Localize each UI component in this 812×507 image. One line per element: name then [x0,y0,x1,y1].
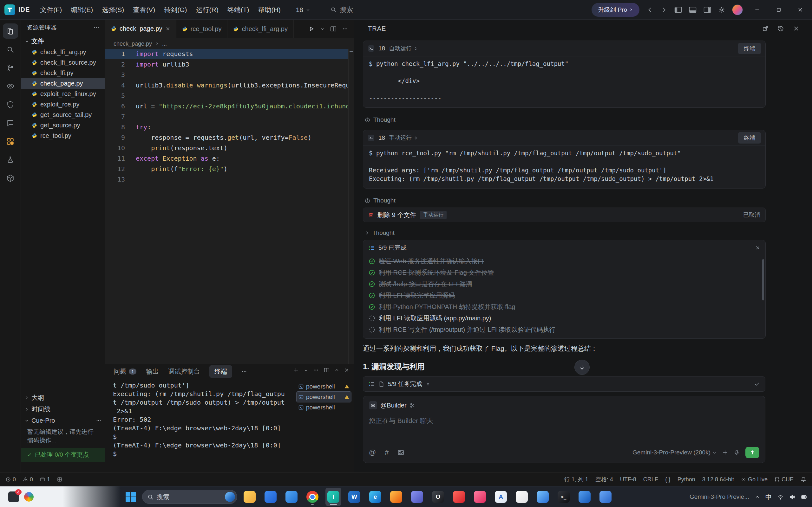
panel-tab-问题[interactable]: 问题1 [113,367,136,376]
timeline-section[interactable]: 时间线 [21,403,105,415]
breadcrumb-more[interactable]: ... [162,41,167,47]
project-selector[interactable]: 18 [296,6,310,14]
code-line[interactable]: 5 [105,91,354,101]
ports-indicator[interactable]: 1 [40,476,50,483]
taskbar-app-word[interactable]: W [346,488,362,506]
context-hash-icon[interactable]: # [385,448,389,457]
code-line[interactable]: 7 [105,112,354,122]
code-line[interactable]: 10 print(response.text) [105,143,354,153]
editor-more-icon[interactable] [342,26,348,32]
panel-tab-终端[interactable]: 终端 [209,365,232,378]
thought-row[interactable]: Thought [363,193,766,208]
code-line[interactable]: 13 [105,174,354,185]
back-arrow-icon[interactable] [647,6,653,13]
open-in-window-icon[interactable] [762,25,768,32]
wifi-icon[interactable] [777,494,783,500]
code-line[interactable]: 1import requests [105,49,354,59]
code-line[interactable]: 4urllib3.disable_warnings(urllib3.except… [105,80,354,91]
panel-more-icon[interactable] [313,367,319,373]
taskbar-app-teams-app[interactable] [409,488,425,506]
task-item[interactable]: 利用 RCE 探测系统环境及 Flag 文件位置 [363,267,765,278]
taskbar-app-white-app[interactable] [514,488,530,506]
task-scrollbar[interactable] [762,259,764,300]
taskbar-app-edge[interactable]: e [367,488,383,506]
taskbar-app-opera-gx[interactable]: O [430,488,446,506]
panel-tab-调试控制台[interactable]: 调试控制台 [168,367,200,376]
test-flask-icon[interactable] [3,152,18,167]
panel-tab-输出[interactable]: 输出 [146,367,159,376]
thought-row-collapsed[interactable]: Thought [363,226,766,240]
task-item[interactable]: 利用 Python PYTHONPATH 劫持提权并获取 flag [363,301,765,313]
notifications-bell-icon[interactable] [801,476,806,482]
minimap[interactable] [348,49,354,364]
code-line[interactable]: 3 [105,70,354,80]
taskbar-app-photos-app[interactable] [535,488,551,506]
close-task-card-icon[interactable] [755,245,760,250]
minimize-button[interactable] [750,3,764,17]
task-item[interactable]: 利用 LFI 读取应用源码 (app.py/main.py) [363,313,765,324]
menu-item[interactable]: 运行(R) [192,0,223,19]
menu-item[interactable]: 终端(T) [223,0,254,19]
task-progress-bar[interactable]: 5/9 任务完成 [363,377,765,392]
app-logo-icon[interactable] [4,4,15,15]
status--1-1[interactable]: 行 1, 列 1 [564,475,589,483]
taskbar-app-trae-ide[interactable]: T [325,488,341,506]
sidebar-more-icon[interactable] [94,25,99,31]
status-utf-8[interactable]: UTF-8 [620,476,636,483]
run-mode-selector[interactable]: 手动运行 [389,134,418,142]
menu-item[interactable]: 选择(S) [97,0,129,19]
problems-errors[interactable]: 0 [6,476,16,483]
file-item[interactable]: rce_tool.py [21,130,105,141]
image-attach-icon[interactable] [398,449,404,456]
task-item[interactable]: 利用 RCE 写文件 (/tmp/output) 并通过 LFI 读取以验证代码… [363,324,765,335]
status-python[interactable]: Python [677,476,695,483]
microphone-icon[interactable] [734,450,740,456]
scroll-to-bottom-button[interactable] [574,360,590,375]
chat-input-box[interactable]: @Builder 您正在与 Builder 聊天 @ # Gemini-3-Pr… [363,396,765,463]
task-item[interactable]: 利用 LFI 读取完整应用源码 [363,290,765,301]
settings-gear-icon[interactable] [718,6,725,13]
breadcrumb[interactable]: check_page.py ... [105,38,354,49]
widgets-area[interactable]: 4 [0,487,120,507]
thought-row[interactable]: Thought [363,113,766,127]
chat-input-placeholder[interactable]: 您正在与 Builder 聊天 [369,416,759,425]
taskbar-app-compass-app[interactable] [577,488,593,506]
file-item[interactable]: exploit_rce_linux.py [21,89,105,99]
cuepro-more-icon[interactable] [96,418,101,423]
ime-indicator[interactable]: 中 [765,493,772,501]
code-line[interactable]: 8try: [105,122,354,132]
close-trae-icon[interactable] [793,25,799,32]
delete-files-action[interactable]: 删除 9 个文件 手动运行 已取消 [363,208,766,222]
mention-icon[interactable]: @ [369,448,376,457]
taskbar-app-firefox[interactable] [388,488,404,506]
global-search[interactable]: 搜索 [331,5,353,14]
editor-tab[interactable]: check_lfi_arg.py [227,20,294,38]
toggle-panel-icon[interactable] [689,6,697,13]
open-terminal-button[interactable]: 终端 [738,43,761,54]
status-3-12-8-64-bit[interactable]: 3.12.8 64-bit [702,476,734,483]
source-control-icon[interactable] [3,60,18,75]
outline-section[interactable]: 大纲 [21,392,105,403]
terminal-session-item[interactable]: powershell [297,402,351,412]
taskbar-app-calculator-app[interactable] [598,488,613,506]
package-cube-icon[interactable] [3,170,18,186]
history-icon[interactable] [777,25,784,32]
file-item[interactable]: exploit_rce.py [21,99,105,110]
taskbar-app-chrome[interactable] [305,488,320,506]
status-crlf[interactable]: CRLF [643,476,658,483]
explorer-icon[interactable] [3,23,18,39]
taskbar-app-store-app[interactable] [284,488,299,506]
task-item[interactable]: 验证 Web 服务连通性并确认输入接口 [363,256,765,267]
weather-widget-icon[interactable] [24,492,34,502]
task-item[interactable]: 测试 /help 接口是否存在 LFI 漏洞 [363,278,765,290]
close-tab-icon[interactable] [165,26,170,31]
upgrade-pro-button[interactable]: 升级到 Pro [592,3,640,17]
battery-icon[interactable] [801,494,808,500]
editor-tab[interactable]: rce_tool.py [176,20,228,38]
toggle-right-sidebar-icon[interactable] [704,6,711,13]
scissors-icon[interactable] [410,403,415,408]
maximize-panel-icon[interactable] [335,368,339,372]
taskbar-app-terminal-app[interactable]: >_ [556,488,571,506]
layout-grid-icon[interactable] [57,477,62,482]
status-go-live[interactable]: Go Live [741,476,768,483]
